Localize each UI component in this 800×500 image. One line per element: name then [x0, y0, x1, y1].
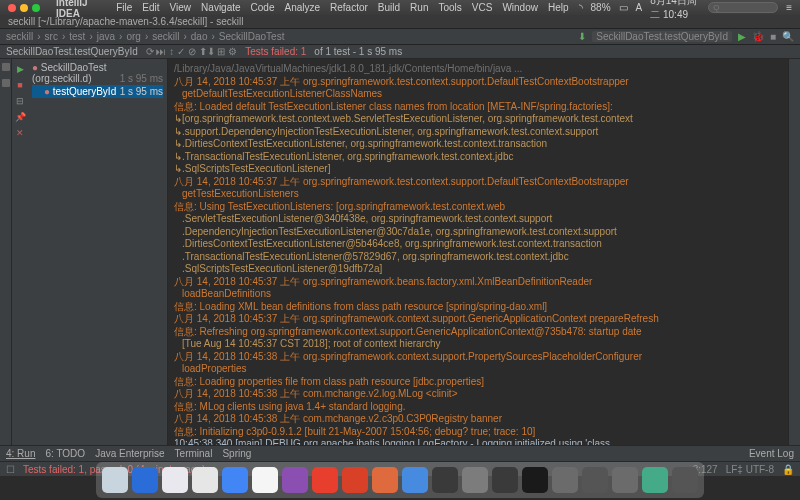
- input-icon[interactable]: A: [636, 2, 643, 13]
- dock-app-icon[interactable]: [432, 467, 458, 493]
- menu-edit[interactable]: Edit: [142, 2, 159, 13]
- tab-spring[interactable]: Spring: [222, 448, 251, 459]
- dock-app-icon[interactable]: [102, 467, 128, 493]
- right-gutter: [788, 59, 800, 445]
- bc-class[interactable]: SeckillDaoTest: [219, 31, 285, 42]
- run-icon[interactable]: ▶: [738, 31, 746, 42]
- menu-build[interactable]: Build: [378, 2, 400, 13]
- dock-app-icon[interactable]: [522, 467, 548, 493]
- search-icon[interactable]: 🔍: [782, 31, 794, 42]
- dock-app-icon[interactable]: [642, 467, 668, 493]
- menu-tools[interactable]: Tools: [438, 2, 461, 13]
- pin-icon[interactable]: 📌: [14, 111, 26, 123]
- status-icon: ☐: [6, 464, 15, 475]
- vcs-icon[interactable]: ⬇: [578, 31, 586, 42]
- run-config-label[interactable]: SeckillDaoTest.testQueryById: [592, 31, 732, 42]
- left-gutter: [0, 59, 12, 445]
- wifi-icon[interactable]: ◝: [579, 2, 583, 13]
- dock-app-icon[interactable]: [342, 467, 368, 493]
- tab-terminal[interactable]: Terminal: [175, 448, 213, 459]
- tree-root: ● SeckillDaoTest (org.seckill.d) 1 s 95 …: [32, 61, 163, 85]
- close-icon[interactable]: ✕: [14, 127, 26, 139]
- tab-javaee[interactable]: Java Enterprise: [95, 448, 164, 459]
- bc-src[interactable]: src: [45, 31, 58, 42]
- dock-app-icon[interactable]: [552, 467, 578, 493]
- dock-app-icon[interactable]: [132, 467, 158, 493]
- bc-test[interactable]: test: [69, 31, 85, 42]
- rerun-icon[interactable]: ▶: [14, 63, 26, 75]
- test-tree[interactable]: ● SeckillDaoTest (org.seckill.d) 1 s 95 …: [28, 59, 168, 445]
- macos-menubar: IntelliJ IDEA File Edit View Navigate Co…: [0, 0, 800, 15]
- tab-run[interactable]: 4: Run: [6, 448, 35, 459]
- run-header: SeckillDaoTest.testQueryById ⟳ ⏭ ↕ ✓ ⊘ ⬆…: [0, 45, 800, 59]
- window-controls[interactable]: [8, 4, 40, 12]
- dock-app-icon[interactable]: [372, 467, 398, 493]
- battery-icon: ▭: [619, 2, 628, 13]
- dock-app-icon[interactable]: [312, 467, 338, 493]
- menu-analyze[interactable]: Analyze: [284, 2, 320, 13]
- dock-app-icon[interactable]: [282, 467, 308, 493]
- lock-icon[interactable]: 🔒: [782, 464, 794, 475]
- battery-text: 88%: [591, 2, 611, 13]
- menu-navigate[interactable]: Navigate: [201, 2, 240, 13]
- toggle-icon[interactable]: ⊟: [14, 95, 26, 107]
- console-output[interactable]: /Library/Java/JavaVirtualMachines/jdk1.8…: [168, 59, 788, 445]
- menu-help[interactable]: Help: [548, 2, 569, 13]
- menu-refactor[interactable]: Refactor: [330, 2, 368, 13]
- tree-child: ● testQueryById 1 s 95 ms: [32, 85, 163, 98]
- menu-run[interactable]: Run: [410, 2, 428, 13]
- debug-icon[interactable]: 🐞: [752, 31, 764, 42]
- dock-app-icon[interactable]: [462, 467, 488, 493]
- bc-dao[interactable]: dao: [191, 31, 208, 42]
- dock-app-icon[interactable]: [492, 467, 518, 493]
- stop-icon[interactable]: ■: [14, 79, 26, 91]
- clock-text: 8月14日周二 10:49: [650, 0, 700, 22]
- run-tab-label[interactable]: SeckillDaoTest.testQueryById: [6, 46, 138, 57]
- menu-icon[interactable]: ≡: [786, 2, 792, 13]
- bc-project[interactable]: seckill: [6, 31, 33, 42]
- bottom-toolbar: 4: Run 6: TODO Java Enterprise Terminal …: [0, 445, 800, 461]
- menu-view[interactable]: View: [170, 2, 192, 13]
- tests-failed-text: Tests failed: 1: [245, 46, 306, 57]
- dock-app-icon[interactable]: [672, 467, 698, 493]
- breadcrumb: seckill› src› test› java› org› seckill› …: [0, 29, 800, 45]
- menu-code[interactable]: Code: [251, 2, 275, 13]
- tab-todo[interactable]: 6: TODO: [45, 448, 85, 459]
- dock-app-icon[interactable]: [162, 467, 188, 493]
- dock-app-icon[interactable]: [402, 467, 428, 493]
- bc-org[interactable]: org: [126, 31, 140, 42]
- menu-file[interactable]: File: [116, 2, 132, 13]
- macos-dock[interactable]: [96, 462, 704, 498]
- window-tab-label: seckill [~/Library/apache-maven-3.6.4/se…: [8, 16, 243, 27]
- spotlight-input[interactable]: [708, 2, 778, 13]
- event-log[interactable]: Event Log: [749, 448, 794, 459]
- menu-vcs[interactable]: VCS: [472, 2, 493, 13]
- dock-app-icon[interactable]: [222, 467, 248, 493]
- dock-app-icon[interactable]: [582, 467, 608, 493]
- bc-seckill[interactable]: seckill: [152, 31, 179, 42]
- encoding: LF‡ UTF-8: [726, 464, 774, 475]
- dock-app-icon[interactable]: [612, 467, 638, 493]
- menu-window[interactable]: Window: [502, 2, 538, 13]
- stop-icon[interactable]: ■: [770, 31, 776, 42]
- dock-app-icon[interactable]: [192, 467, 218, 493]
- run-toolbar: ▶ ■ ⊟ 📌 ✕: [12, 59, 28, 445]
- bc-java[interactable]: java: [97, 31, 115, 42]
- dock-app-icon[interactable]: [252, 467, 278, 493]
- tests-of-text: of 1 test - 1 s 95 ms: [314, 46, 402, 57]
